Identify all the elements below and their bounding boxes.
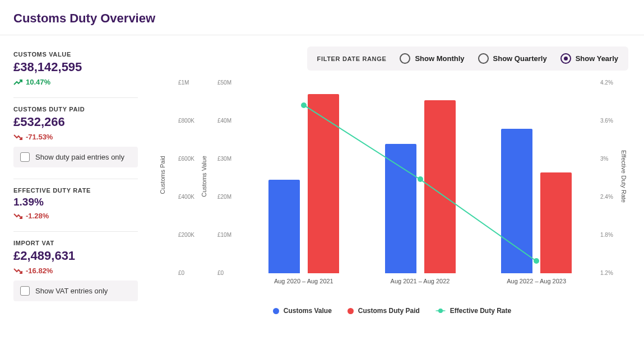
filter-label: Show duty paid entries only	[35, 153, 124, 161]
metric-delta: 10.47%	[13, 78, 138, 86]
legend-effective-duty-rate: Effective Duty Rate	[435, 307, 511, 315]
metric-import-vat: IMPORT VAT £2,489,631 -16.82% Show VAT e…	[13, 240, 138, 301]
trend-down-icon	[13, 134, 22, 141]
metric-delta: -16.82%	[13, 267, 138, 275]
metric-customs-duty-paid: CUSTOMS DUTY PAID £532,266 -71.53% Show …	[13, 106, 138, 167]
filter-label: Show VAT entries only	[35, 287, 108, 295]
line-point[interactable]	[301, 102, 307, 108]
bar-customs-value[interactable]	[268, 180, 300, 273]
radio-icon	[478, 53, 489, 64]
page-header: Customs Duty Overview	[0, 0, 644, 35]
category-label: Aug 2022 – Aug 2023	[507, 278, 566, 284]
trend-up-icon	[13, 79, 22, 86]
metrics-sidebar: CUSTOMS VALUE £38,142,595 10.47% CUSTOMS…	[0, 35, 151, 326]
legend-swatch-icon	[273, 308, 279, 314]
bar-customs-value[interactable]	[501, 129, 532, 273]
divider	[13, 231, 138, 232]
metric-customs-value: CUSTOMS VALUE £38,142,595 10.47%	[13, 51, 138, 86]
metric-delta: -1.28%	[13, 212, 138, 220]
legend-swatch-icon	[348, 308, 354, 314]
bar-customs-duty-paid[interactable]	[308, 94, 339, 273]
chart: £0£01.2%£200K£10M1.8%£400K£20M2.4%£600K£…	[156, 81, 628, 287]
metric-value: 1.39%	[13, 196, 138, 208]
metric-effective-duty-rate: EFFECTIVE DUTY RATE 1.39% -1.28%	[13, 187, 138, 220]
legend-customs-duty-paid: Customs Duty Paid	[348, 307, 420, 315]
category-label: Aug 2021 – Aug 2022	[391, 278, 450, 284]
date-range-filter: FILTER DATE RANGE Show Monthly Show Quar…	[307, 46, 628, 71]
bar-customs-value[interactable]	[385, 144, 416, 273]
legend-swatch-icon	[435, 310, 446, 311]
legend-customs-value: Customs Value	[273, 307, 332, 315]
radio-monthly[interactable]: Show Monthly	[400, 53, 464, 64]
bar-customs-duty-paid[interactable]	[540, 172, 572, 273]
metric-label: IMPORT VAT	[13, 240, 138, 246]
radio-icon	[400, 53, 410, 64]
metric-label: CUSTOMS DUTY PAID	[13, 106, 138, 113]
filter-bar-label: FILTER DATE RANGE	[317, 55, 387, 62]
metric-value: £38,142,595	[13, 60, 138, 74]
checkbox-icon[interactable]	[20, 152, 30, 162]
metric-value: £2,489,631	[13, 249, 138, 263]
chart-legend: Customs Value Customs Duty Paid Effectiv…	[156, 307, 628, 315]
radio-quarterly[interactable]: Show Quarterly	[478, 53, 547, 64]
radio-yearly[interactable]: Show Yearly	[560, 53, 618, 64]
duty-paid-filter[interactable]: Show duty paid entries only	[13, 147, 138, 167]
category-label: Aug 2020 – Aug 2021	[274, 278, 333, 284]
line-point[interactable]	[418, 176, 423, 182]
trend-down-icon	[13, 268, 22, 274]
checkbox-icon[interactable]	[20, 286, 30, 296]
metric-label: EFFECTIVE DUTY RATE	[13, 187, 138, 194]
trend-down-icon	[13, 213, 22, 219]
line-point[interactable]	[534, 258, 539, 264]
page-title: Customs Duty Overview	[13, 11, 631, 26]
divider	[13, 97, 138, 98]
vat-filter[interactable]: Show VAT entries only	[13, 281, 138, 301]
bar-customs-duty-paid[interactable]	[424, 100, 456, 273]
metric-label: CUSTOMS VALUE	[13, 51, 138, 58]
divider	[13, 179, 138, 179]
radio-icon	[560, 53, 571, 64]
metric-delta: -71.53%	[13, 133, 138, 141]
metric-value: £532,266	[13, 115, 138, 129]
